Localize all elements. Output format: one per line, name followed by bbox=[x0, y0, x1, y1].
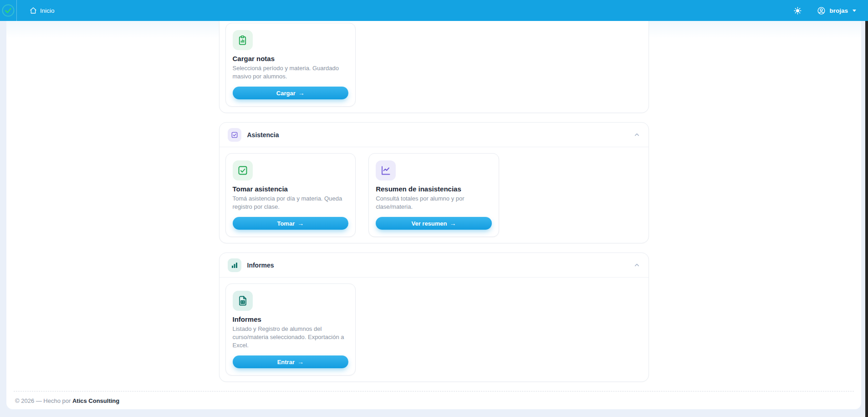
chevron-up-icon[interactable] bbox=[633, 131, 640, 138]
card-icon-tile bbox=[233, 291, 253, 311]
app-logo bbox=[0, 4, 16, 17]
card-title: Tomar asistencia bbox=[233, 185, 349, 193]
page-footer: © 2026 — Hecho por Atics Consulting bbox=[14, 391, 854, 409]
nav-item-label: Inicio bbox=[40, 7, 55, 14]
card-title: Resumen de inasistencias bbox=[376, 185, 492, 193]
tomar-button[interactable]: Tomar → bbox=[233, 217, 349, 230]
card-tomar-asistencia: Tomar asistencia Tomá asistencia por día… bbox=[225, 153, 356, 237]
section-title: Informes bbox=[247, 262, 274, 269]
card-description: Seleccioná período y materia. Guardado m… bbox=[233, 64, 349, 81]
section-notas: Cargar notas Seleccioná período y materi… bbox=[219, 21, 649, 113]
company-name: Atics Consulting bbox=[72, 397, 119, 404]
arrow-right-icon: → bbox=[297, 358, 304, 366]
section-informes-body: Informes Listado y Registro de alumnos d… bbox=[220, 278, 648, 381]
copyright-text: © 2026 — Hecho por bbox=[15, 397, 72, 404]
top-navbar: Inicio brojas bbox=[0, 0, 868, 21]
user-circle-icon bbox=[817, 6, 826, 15]
bar-chart-icon bbox=[231, 262, 238, 269]
arrow-right-icon: → bbox=[450, 220, 456, 227]
theme-toggle-button[interactable] bbox=[794, 7, 802, 15]
card-title: Cargar notas bbox=[233, 55, 349, 62]
main-panel: Cargar notas Seleccioná período y materi… bbox=[6, 21, 861, 409]
window-scrollbar[interactable] bbox=[865, 21, 868, 417]
chevron-up-icon[interactable] bbox=[633, 262, 640, 268]
arrow-right-icon: → bbox=[297, 220, 304, 227]
section-asistencia-header[interactable]: Asistencia bbox=[220, 123, 648, 147]
card-resumen-inasistencias: Resumen de inasistencias Consultá totale… bbox=[368, 153, 499, 237]
card-informes: Informes Listado y Registro de alumnos d… bbox=[225, 283, 356, 376]
ver-resumen-button[interactable]: Ver resumen → bbox=[376, 217, 492, 230]
card-description: Consultá totales por alumno y por clase/… bbox=[376, 195, 492, 211]
sun-icon bbox=[794, 7, 802, 15]
card-title: Informes bbox=[233, 315, 349, 323]
card-description: Listado y Registro de alumnos del curso/… bbox=[233, 325, 349, 350]
content-column: Cargar notas Seleccioná período y materi… bbox=[219, 21, 649, 391]
checkbox-icon bbox=[231, 131, 238, 139]
home-icon bbox=[30, 7, 37, 14]
card-icon-tile bbox=[233, 30, 253, 50]
section-informes-header[interactable]: Informes bbox=[220, 253, 648, 278]
user-menu[interactable]: brojas bbox=[817, 6, 856, 15]
card-icon-tile bbox=[233, 160, 253, 180]
check-circle-logo-icon bbox=[1, 4, 15, 17]
card-icon-tile bbox=[376, 160, 396, 180]
spreadsheet-icon bbox=[237, 295, 248, 306]
checkbox-icon bbox=[237, 165, 248, 176]
navbar-divider bbox=[16, 0, 17, 21]
username: brojas bbox=[829, 7, 848, 14]
arrow-right-icon: → bbox=[298, 89, 305, 97]
nav-item-inicio[interactable]: Inicio bbox=[30, 7, 55, 14]
section-informes: Informes bbox=[219, 252, 649, 382]
section-icon-tile bbox=[228, 128, 241, 142]
line-chart-icon bbox=[380, 165, 391, 176]
section-notas-body: Cargar notas Seleccioná período y materi… bbox=[220, 21, 648, 113]
section-asistencia-body: Tomar asistencia Tomá asistencia por día… bbox=[220, 147, 648, 243]
section-icon-tile bbox=[228, 258, 241, 272]
section-asistencia: Asistencia Tomar asistencia bbox=[219, 122, 649, 243]
card-description: Tomá asistencia por día y materia. Queda… bbox=[233, 195, 349, 211]
card-cargar-notas: Cargar notas Seleccioná período y materi… bbox=[225, 23, 356, 107]
entrar-button[interactable]: Entrar → bbox=[233, 355, 349, 368]
section-title: Asistencia bbox=[247, 131, 279, 139]
caret-down-icon bbox=[853, 10, 856, 12]
cargar-button[interactable]: Cargar → bbox=[233, 87, 349, 99]
clipboard-chart-icon bbox=[237, 35, 248, 46]
